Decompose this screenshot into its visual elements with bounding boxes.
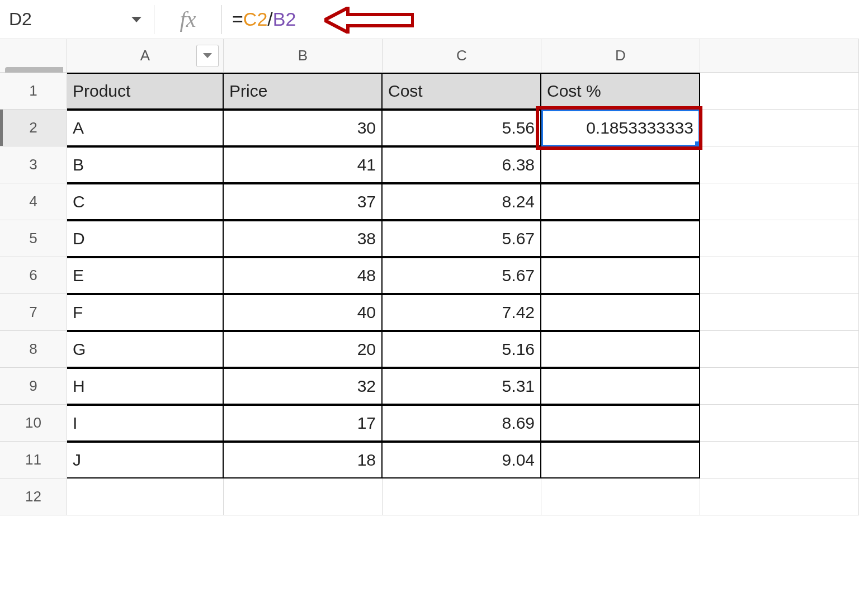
fx-icon[interactable]: fx xyxy=(154,6,221,32)
select-all-corner[interactable] xyxy=(0,39,67,73)
cell-e8[interactable] xyxy=(700,331,859,368)
row-header[interactable]: 10 xyxy=(0,405,67,442)
cell-c6[interactable]: 5.67 xyxy=(383,257,541,294)
cell-b6[interactable]: 48 xyxy=(224,257,383,294)
cell-a7[interactable]: F xyxy=(67,294,224,331)
cell-c10[interactable]: 8.69 xyxy=(383,405,541,442)
cell-c9[interactable]: 5.31 xyxy=(383,368,541,405)
cell-b10[interactable]: 17 xyxy=(224,405,383,442)
cell-d11[interactable] xyxy=(541,442,700,478)
cell-d6[interactable] xyxy=(541,257,700,294)
name-box-value: D2 xyxy=(9,9,32,30)
column-header-d[interactable]: D xyxy=(541,39,700,73)
name-box[interactable]: D2 xyxy=(0,0,154,39)
cell-d5[interactable] xyxy=(541,220,700,257)
cell-b4[interactable]: 37 xyxy=(224,183,383,220)
cell-e4[interactable] xyxy=(700,183,859,220)
cell-a9[interactable]: H xyxy=(67,368,224,405)
cell-a4[interactable]: C xyxy=(67,183,224,220)
cell-b12[interactable] xyxy=(224,478,383,515)
cell-b3[interactable]: 41 xyxy=(224,146,383,183)
cell-d3[interactable] xyxy=(541,146,700,183)
cell-a11[interactable]: J xyxy=(67,442,224,478)
cell-e10[interactable] xyxy=(700,405,859,442)
formula-eq: = xyxy=(232,8,243,30)
row-header[interactable]: 11 xyxy=(0,442,67,478)
cell-b9[interactable]: 32 xyxy=(224,368,383,405)
caret-down-icon[interactable] xyxy=(131,17,141,22)
row-header[interactable]: 12 xyxy=(0,478,67,515)
column-filter-button[interactable] xyxy=(196,45,219,67)
formula-op: / xyxy=(267,8,272,30)
cell-a6[interactable]: E xyxy=(67,257,224,294)
cell-b5[interactable]: 38 xyxy=(224,220,383,257)
cell-a1[interactable]: Product xyxy=(67,73,224,110)
cell-d8[interactable] xyxy=(541,331,700,368)
cell-b8[interactable]: 20 xyxy=(224,331,383,368)
cell-c12[interactable] xyxy=(383,478,541,515)
cell-d12[interactable] xyxy=(541,478,700,515)
column-header-e[interactable] xyxy=(700,39,859,73)
column-header-b[interactable]: B xyxy=(224,39,383,73)
cell-a5[interactable]: D xyxy=(67,220,224,257)
row-header[interactable]: 7 xyxy=(0,294,67,331)
spreadsheet-grid[interactable]: A B C D 1 Product Price Cost Cost % 2 A … xyxy=(0,39,859,515)
cell-c1[interactable]: Cost xyxy=(383,73,541,110)
cell-c4[interactable]: 8.24 xyxy=(383,183,541,220)
row-header[interactable]: 2 xyxy=(0,110,67,146)
cell-a3[interactable]: B xyxy=(67,146,224,183)
cell-c2[interactable]: 5.56 xyxy=(383,110,541,146)
cell-e1[interactable] xyxy=(700,73,859,110)
svg-marker-0 xyxy=(324,8,413,32)
cell-d7[interactable] xyxy=(541,294,700,331)
cell-c7[interactable]: 7.42 xyxy=(383,294,541,331)
column-label: C xyxy=(456,47,467,64)
cell-e6[interactable] xyxy=(700,257,859,294)
cell-e5[interactable] xyxy=(700,220,859,257)
cell-b1[interactable]: Price xyxy=(224,73,383,110)
column-label: B xyxy=(298,47,308,64)
cell-c11[interactable]: 9.04 xyxy=(383,442,541,478)
cell-b11[interactable]: 18 xyxy=(224,442,383,478)
formula-bar: D2 fx = C2 / B2 xyxy=(0,0,859,39)
cell-b7[interactable]: 40 xyxy=(224,294,383,331)
cell-c5[interactable]: 5.67 xyxy=(383,220,541,257)
formula-ref-c2: C2 xyxy=(243,8,267,30)
row-header[interactable]: 8 xyxy=(0,331,67,368)
row-header[interactable]: 3 xyxy=(0,146,67,183)
cell-d1[interactable]: Cost % xyxy=(541,73,700,110)
row-header[interactable]: 9 xyxy=(0,368,67,405)
cell-c3[interactable]: 6.38 xyxy=(383,146,541,183)
column-label: D xyxy=(615,47,626,64)
cell-d10[interactable] xyxy=(541,405,700,442)
cell-a2[interactable]: A xyxy=(67,110,224,146)
cell-d2[interactable]: 0.1853333333 xyxy=(541,110,700,146)
cell-e12[interactable] xyxy=(700,478,859,515)
cell-d9[interactable] xyxy=(541,368,700,405)
cell-a8[interactable]: G xyxy=(67,331,224,368)
column-header-c[interactable]: C xyxy=(383,39,541,73)
cell-e2[interactable] xyxy=(700,110,859,146)
row-header[interactable]: 5 xyxy=(0,220,67,257)
cell-e3[interactable] xyxy=(700,146,859,183)
cell-e11[interactable] xyxy=(700,442,859,478)
caret-down-icon xyxy=(203,53,212,58)
cell-c8[interactable]: 5.16 xyxy=(383,331,541,368)
cell-e7[interactable] xyxy=(700,294,859,331)
row-header[interactable]: 4 xyxy=(0,183,67,220)
cell-b2[interactable]: 30 xyxy=(224,110,383,146)
formula-ref-b2: B2 xyxy=(273,8,296,30)
row-header[interactable]: 1 xyxy=(0,73,67,110)
column-header-a[interactable]: A xyxy=(67,39,224,73)
row-header[interactable]: 6 xyxy=(0,257,67,294)
cell-a10[interactable]: I xyxy=(67,405,224,442)
cell-e9[interactable] xyxy=(700,368,859,405)
cell-d4[interactable] xyxy=(541,183,700,220)
annotation-arrow-icon xyxy=(324,7,414,34)
formula-input[interactable]: = C2 / B2 xyxy=(222,8,296,30)
column-label: A xyxy=(140,47,150,64)
cell-a12[interactable] xyxy=(67,478,224,515)
